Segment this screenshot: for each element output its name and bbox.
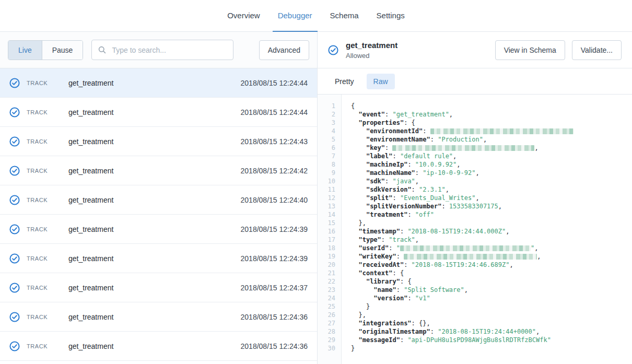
json-punctuation [351, 144, 366, 151]
json-punctuation [351, 228, 358, 235]
json-punctuation: , [457, 161, 460, 168]
check-circle-icon [328, 45, 338, 55]
main-split: Live Pause Advanced TRACKget_treatment20 [0, 32, 632, 364]
line-number: 24 [318, 294, 335, 302]
json-punctuation: : [385, 111, 392, 118]
tab-schema[interactable]: Schema [325, 0, 364, 32]
event-name: get_treatment [68, 108, 241, 116]
json-punctuation [351, 295, 373, 302]
json-key: "library" [366, 278, 400, 285]
event-stream-panel: Live Pause Advanced TRACKget_treatment20 [0, 32, 318, 364]
event-row[interactable]: TRACKget_treatment2018/08/15 12:24:37 [0, 273, 317, 302]
event-timestamp: 2018/08/15 12:24:39 [241, 254, 308, 263]
event-timestamp: 2018/08/15 12:24:44 [241, 79, 308, 87]
line-number: 23 [318, 286, 335, 294]
json-value: "Events_Dual_Writes" [400, 194, 476, 202]
json-punctuation: , [534, 144, 538, 151]
code-lines: { "event": "get_treatment", "properties"… [342, 95, 632, 364]
event-type-label: TRACK [27, 168, 68, 174]
advanced-button[interactable]: Advanced [259, 40, 309, 60]
pause-button[interactable]: Pause [42, 41, 83, 60]
json-punctuation: : [404, 261, 411, 268]
view-in-schema-button[interactable]: View in Schema [495, 40, 565, 60]
json-key: "sdkVersion" [366, 186, 412, 193]
tab-settings[interactable]: Settings [371, 0, 410, 32]
json-punctuation: , [536, 328, 540, 335]
event-name: get_treatment [68, 225, 241, 233]
event-timestamp: 2018/08/15 12:24:36 [241, 342, 308, 350]
event-row[interactable]: TRACKget_treatment2018/08/15 12:24:39 [0, 244, 317, 273]
event-row[interactable]: TRACKget_treatment2018/08/15 12:24:42 [0, 156, 317, 185]
json-punctuation [351, 178, 366, 185]
event-name: get_treatment [68, 254, 241, 263]
line-number: 15 [318, 219, 335, 227]
code-viewer[interactable]: 1234567891011121314151617181920212223242… [318, 95, 632, 364]
tab-pretty[interactable]: Pretty [328, 74, 361, 89]
json-punctuation [351, 203, 366, 210]
event-timestamp: 2018/08/15 12:24:44 [241, 108, 308, 116]
json-punctuation: } [351, 345, 355, 352]
json-punctuation: , [475, 194, 479, 202]
json-key: "split" [366, 194, 393, 202]
json-punctuation: : [407, 295, 415, 302]
code-line: } [351, 344, 628, 353]
line-number: 7 [318, 152, 335, 160]
event-row[interactable]: TRACKget_treatment2018/08/15 12:24:39 [0, 215, 317, 244]
json-punctuation [351, 194, 366, 202]
json-punctuation [351, 278, 366, 285]
event-row[interactable]: TRACKget_treatment2018/08/15 12:24:43 [0, 127, 317, 156]
redacted-value [430, 128, 574, 134]
line-number: 18 [318, 244, 335, 252]
detail-header: get_treatment Allowed View in Schema Val… [318, 32, 632, 68]
json-key: "timestamp" [358, 228, 400, 235]
json-punctuation [351, 161, 366, 168]
event-type-label: TRACK [27, 138, 68, 145]
json-key: "sdk" [366, 178, 385, 185]
event-type-label: TRACK [27, 285, 68, 291]
tab-debugger[interactable]: Debugger [273, 0, 318, 32]
line-number: 13 [318, 202, 335, 210]
json-punctuation: : [412, 186, 419, 193]
json-punctuation: , [483, 136, 487, 143]
json-punctuation: , [498, 203, 502, 210]
json-punctuation [351, 111, 358, 118]
json-punctuation: , [537, 253, 541, 260]
json-key: "treatment" [366, 211, 407, 218]
check-circle-icon [9, 166, 20, 176]
json-key: "type" [358, 236, 381, 243]
line-number: 20 [318, 261, 335, 269]
redacted-value [404, 254, 537, 260]
json-key: "originalTimestamp" [358, 328, 430, 335]
json-key: "event" [358, 111, 385, 118]
json-punctuation: : { [404, 119, 415, 126]
json-punctuation [351, 236, 358, 243]
code-line: } [351, 302, 628, 311]
code-line: "sdk": "java", [351, 177, 628, 185]
line-number: 29 [318, 336, 335, 344]
event-row[interactable]: TRACKget_treatment2018/08/15 12:24:44 [0, 98, 317, 127]
live-button[interactable]: Live [8, 41, 42, 60]
json-key: "writeKey" [358, 253, 396, 260]
event-name: get_treatment [68, 196, 241, 204]
event-row[interactable]: TRACKget_treatment2018/08/15 12:24:36 [0, 302, 317, 332]
event-row[interactable]: TRACKget_treatment2018/08/15 12:24:36 [0, 332, 317, 361]
tab-raw[interactable]: Raw [367, 74, 395, 89]
json-key: "context" [358, 269, 392, 277]
json-key: "key" [366, 144, 385, 151]
json-punctuation: : [441, 203, 449, 210]
search-input[interactable] [111, 45, 227, 55]
event-row[interactable]: TRACKget_treatment2018/08/15 12:24:44 [0, 68, 317, 98]
detail-actions: View in Schema Validate... [495, 40, 622, 60]
validate-button[interactable]: Validate... [572, 40, 622, 60]
event-timestamp: 2018/08/15 12:24:43 [241, 137, 308, 146]
code-line: "event": "get_treatment", [351, 110, 628, 119]
line-number: 8 [318, 160, 335, 169]
line-number: 9 [318, 169, 335, 177]
tab-overview[interactable]: Overview [222, 0, 265, 32]
json-key: "version" [373, 295, 407, 302]
code-line: "userId": "", [351, 244, 628, 252]
code-line: "sdkVersion": "2.3.1", [351, 185, 628, 194]
code-line: "type": "track", [351, 236, 628, 244]
event-row[interactable]: TRACKget_treatment2018/08/15 12:24:40 [0, 185, 317, 215]
code-line: "environmentName": "Production", [351, 135, 628, 144]
